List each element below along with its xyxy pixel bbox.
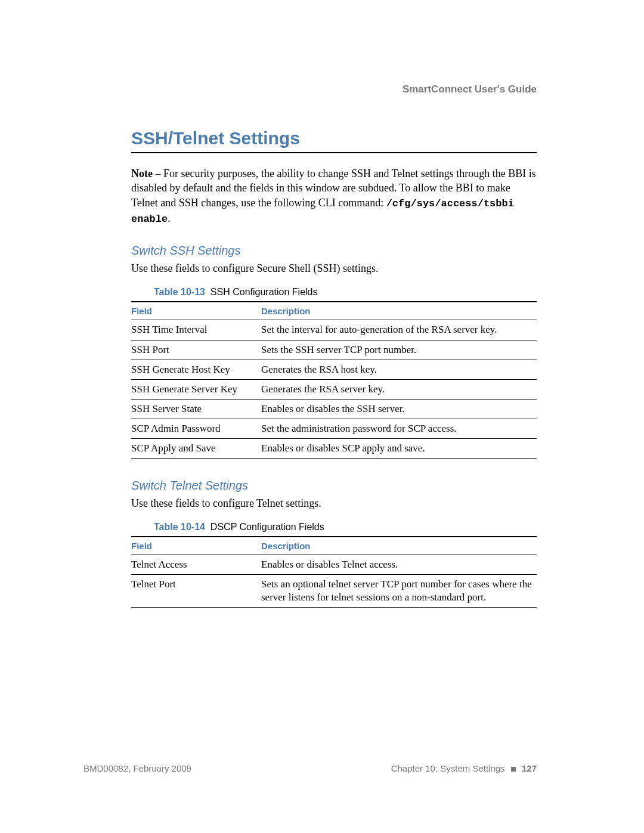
cell-description: Enables or disables Telnet access. xyxy=(261,555,537,575)
telnet-lead: Use these fields to configure Telnet set… xyxy=(131,497,537,510)
telnet-table-caption: Table 10-14 DSCP Configuration Fields xyxy=(154,522,537,532)
telnet-table-title: DSCP Configuration Fields xyxy=(210,522,324,532)
cell-description: Generates the RSA server key. xyxy=(261,379,537,399)
cell-field: SSH Generate Server Key xyxy=(131,379,261,399)
cell-field: SSH Server State xyxy=(131,399,261,419)
cell-description: Set the interval for auto-generation of … xyxy=(261,320,537,340)
footer-page-number: 127 xyxy=(522,763,537,773)
cell-description: Enables or disables SCP apply and save. xyxy=(261,439,537,459)
footer-left: BMD00082, February 2009 xyxy=(83,763,191,773)
ssh-table: Field Description SSH Time IntervalSet t… xyxy=(131,301,537,459)
telnet-col-desc: Description xyxy=(261,537,537,555)
telnet-col-field: Field xyxy=(131,537,261,555)
ssh-lead: Use these fields to configure Secure She… xyxy=(131,262,537,275)
ssh-table-caption: Table 10-13 SSH Configuration Fields xyxy=(154,287,537,298)
table-row: SSH Time IntervalSet the interval for au… xyxy=(131,320,537,340)
footer-chapter: Chapter 10: System Settings xyxy=(391,763,505,773)
page-footer: BMD00082, February 2009 Chapter 10: Syst… xyxy=(83,763,537,773)
table-row: SSH Server StateEnables or disables the … xyxy=(131,399,537,419)
telnet-table: Field Description Telnet AccessEnables o… xyxy=(131,536,537,608)
cell-description: Set the administration password for SCP … xyxy=(261,419,537,438)
ssh-table-number: Table 10-13 xyxy=(154,287,205,297)
note-text-after: . xyxy=(168,212,171,224)
cell-description: Generates the RSA host key. xyxy=(261,360,537,379)
note-paragraph: Note – For security purposes, the abilit… xyxy=(131,166,537,226)
ssh-col-field: Field xyxy=(131,302,261,320)
ssh-table-title: SSH Configuration Fields xyxy=(210,287,318,297)
cell-field: Telnet Access xyxy=(131,555,261,575)
telnet-tbody: Telnet AccessEnables or disables Telnet … xyxy=(131,555,537,608)
cell-field: SSH Time Interval xyxy=(131,320,261,340)
table-row: Telnet AccessEnables or disables Telnet … xyxy=(131,555,537,575)
ssh-subheading: Switch SSH Settings xyxy=(131,244,537,258)
cell-field: SSH Port xyxy=(131,340,261,360)
telnet-subheading: Switch Telnet Settings xyxy=(131,479,537,493)
cell-field: SSH Generate Host Key xyxy=(131,360,261,379)
table-row: SSH PortSets the SSH server TCP port num… xyxy=(131,340,537,360)
table-row: Telnet PortSets an optional telnet serve… xyxy=(131,575,537,608)
square-bullet-icon xyxy=(511,767,516,772)
cell-field: SCP Apply and Save xyxy=(131,439,261,459)
ssh-col-desc: Description xyxy=(261,302,537,320)
table-row: SCP Apply and SaveEnables or disables SC… xyxy=(131,439,537,459)
cell-description: Sets the SSH server TCP port number. xyxy=(261,340,537,360)
table-row: SCP Admin PasswordSet the administration… xyxy=(131,419,537,438)
telnet-table-number: Table 10-14 xyxy=(154,522,205,532)
table-row: SSH Generate Server KeyGenerates the RSA… xyxy=(131,379,537,399)
cell-field: Telnet Port xyxy=(131,575,261,608)
footer-right: Chapter 10: System Settings 127 xyxy=(391,763,537,773)
running-header: SmartConnect User's Guide xyxy=(131,83,537,95)
ssh-tbody: SSH Time IntervalSet the interval for au… xyxy=(131,320,537,459)
cell-field: SCP Admin Password xyxy=(131,419,261,438)
note-label: Note xyxy=(131,168,153,179)
table-row: SSH Generate Host KeyGenerates the RSA h… xyxy=(131,360,537,379)
title-rule xyxy=(131,152,537,153)
page: SmartConnect User's Guide SSH/Telnet Set… xyxy=(0,0,644,833)
section-title: SSH/Telnet Settings xyxy=(131,128,537,148)
cell-description: Sets an optional telnet server TCP port … xyxy=(261,575,537,608)
cell-description: Enables or disables the SSH server. xyxy=(261,399,537,419)
